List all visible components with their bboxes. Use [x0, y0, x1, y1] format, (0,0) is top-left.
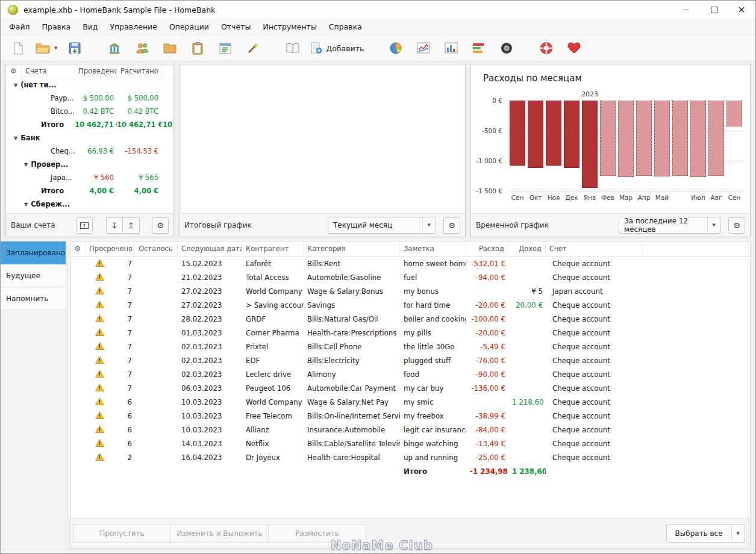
scheduled-column-header-9[interactable]: Счет [546, 241, 642, 256]
sidebar-item-item[interactable]: Напомнить [1, 287, 66, 310]
scheduled-column-header-2[interactable]: Осталось [135, 241, 178, 256]
edit-post-button[interactable]: Изменить и Выложить [170, 524, 269, 543]
scheduled-row[interactable]: 702.03.2023PrixtelBills:Cell Phonethe li… [70, 340, 750, 353]
scheduled-row[interactable]: 702.03.2023EDFBills:Electricityplugged s… [70, 353, 750, 367]
account-row[interactable]: Cheq...66,93 €-154,53 € [6, 145, 173, 158]
accounts-column-header-2[interactable]: Проведено [75, 64, 117, 78]
account-group-row[interactable]: ▼Банк [6, 131, 173, 145]
maximize-button[interactable] [700, 1, 728, 19]
account-cell: Cheque account [546, 370, 642, 379]
time-settings-button[interactable]: ⚙ [728, 217, 745, 234]
toolbar-button-vehicle-cost[interactable] [494, 38, 519, 58]
table-columns-settings-icon[interactable]: ⚙ [70, 241, 86, 256]
menu-item-6[interactable]: Отчеты [215, 20, 257, 34]
scheduled-column-header-3[interactable]: Следующая дата [178, 241, 242, 256]
move-up-button[interactable]: ↥ [123, 217, 140, 234]
toolbar-button-budget[interactable] [213, 38, 238, 58]
summary-settings-button[interactable]: ⚙ [443, 217, 460, 234]
account-total-row[interactable]: Итого10 462,71 €10 462,71 €10 [6, 118, 173, 131]
close-button[interactable]: × [728, 1, 755, 19]
menu-item-1[interactable]: Файл [3, 20, 36, 34]
toolbar-button-open-folder[interactable]: ▼ [33, 38, 60, 58]
summary-range-combo[interactable]: Текущий месяц ▼ [328, 217, 436, 234]
menu-item-5[interactable]: Операции [163, 20, 215, 34]
toolbar-button-balance-report[interactable] [439, 38, 464, 58]
menu-item-8[interactable]: Справка [323, 20, 368, 34]
accounts-columns-settings-icon[interactable]: ⚙ [6, 64, 22, 78]
toolbar-button-statistics[interactable] [383, 38, 408, 58]
toolbar-button-help[interactable] [534, 38, 559, 58]
scheduled-row[interactable]: 701.03.2023Corner PharmaHealth-care:Pres… [70, 326, 750, 340]
toolbar-button-payees[interactable] [130, 38, 155, 58]
scheduled-column-header-6[interactable]: Заметка [400, 241, 466, 256]
toolbar-button-assign[interactable] [240, 38, 266, 58]
scheduled-column-header-8[interactable]: Доход [508, 241, 546, 256]
accounts-column-header-1[interactable]: Счета [22, 64, 75, 78]
scheduled-column-header-1[interactable]: Просрочено [86, 241, 135, 256]
account-group-row[interactable]: ▼Сбереж... [6, 198, 173, 211]
toolbar-button-budget-report[interactable] [466, 38, 492, 58]
account-row[interactable]: Bitco...0.42 BTC0.42 BTC [6, 105, 173, 118]
toolbar-button-archive[interactable] [185, 38, 210, 58]
toolbar-button-new-file[interactable] [5, 38, 31, 58]
account-cell: Cheque account [546, 329, 642, 337]
account-row[interactable]: Japa...¥ 560¥ 565 [6, 171, 173, 184]
menu-item-2[interactable]: Правка [36, 20, 77, 34]
scheduled-column-header-4[interactable]: Контрагент [242, 241, 304, 256]
scheduled-column-header-7[interactable]: Расход [466, 241, 508, 256]
menu-item-3[interactable]: Вид [77, 20, 104, 34]
account-row[interactable]: Payp...$ 500,00$ 500,00 [6, 92, 173, 105]
move-down-button[interactable]: ↧ [106, 217, 123, 234]
toolbar-button-accounts[interactable] [102, 38, 127, 58]
scheduled-row[interactable]: 216.04.2023Dr JoyeuxHealth-care:Hospital… [70, 450, 750, 464]
scheduled-row[interactable]: 614.03.2023NetflixBills:Cable/Satellite … [70, 437, 750, 450]
toolbar-button-categories[interactable] [157, 38, 183, 58]
scheduled-row[interactable]: 702.03.2023Leclerc driveAlimonyfood-90,0… [70, 367, 750, 381]
select-all-button[interactable]: Выбрать все ▼ [666, 524, 745, 543]
account-cell: Cheque account [546, 273, 642, 282]
scheduled-row[interactable]: 610.03.2023Free TelecomBills:On-line/Int… [70, 409, 750, 423]
scheduled-row[interactable]: 706.03.2023Peugeot 106Automobile:Car Pay… [70, 381, 750, 395]
account-group-row[interactable]: ▼Провер... [6, 158, 173, 171]
post-button[interactable]: Разместить [268, 524, 366, 543]
scheduled-row[interactable]: 727.02.2023> Saving accountSavingsfor ha… [70, 298, 750, 312]
scheduled-row[interactable]: 727.02.2023World CompanyWage & Salary:Bo… [70, 284, 750, 298]
accounts-settings-button[interactable]: ⚙ [152, 217, 169, 234]
toolbar-button-currencies[interactable] [280, 38, 305, 58]
accounts-footer: Ваши счета ↧ ↥ ⚙ [6, 213, 173, 237]
time-range-combo[interactable]: За последние 12 месяцев ▼ [619, 217, 721, 234]
payee-cell: World Company [242, 287, 304, 296]
toolbar-button-donate[interactable] [561, 38, 587, 58]
account-label: Bitco... [6, 107, 75, 116]
sidebar-item-item[interactable]: Будущее [1, 264, 66, 287]
open-account-button[interactable] [76, 217, 93, 234]
skip-button[interactable]: Пропустить [73, 524, 171, 543]
scheduled-row[interactable]: 715.02.2023LaforêtBills:Renthome sweet h… [70, 257, 750, 270]
overdue-cell: 7 [86, 314, 135, 324]
minimize-button[interactable] [672, 1, 700, 19]
menu-item-7[interactable]: Инструменты [257, 20, 322, 34]
scheduled-row[interactable]: 728.02.2023GRDFBills:Natural Gas/Oilboil… [70, 312, 750, 326]
warning-icon [95, 397, 104, 407]
sidebar-item-selected[interactable]: Запланировано [1, 241, 66, 264]
bar-апр-7 [636, 101, 652, 176]
scheduled-row[interactable]: 610.03.2023AllianzInsurance:Automobilele… [70, 423, 750, 437]
accounts-icon [108, 42, 120, 54]
toolbar-button-save[interactable] [62, 38, 87, 58]
account-cell: Cheque account [546, 356, 642, 365]
account-value: 4,00 € [75, 187, 117, 195]
bar-дек-3 [564, 101, 579, 168]
toolbar-button-trend-report[interactable] [411, 38, 436, 58]
scheduled-row[interactable]: 721.02.2023Total AccessAutomobile:Gasoli… [70, 270, 750, 284]
account-value: 0.42 BTC [75, 107, 117, 116]
account-group-row[interactable]: ▼(нет ти... [6, 78, 173, 92]
title-bar: example.xhb - HomeBank Sample File - Hom… [1, 1, 755, 19]
toolbar-button-add-transaction[interactable]: Добавить [308, 38, 369, 58]
scheduled-column-header-5[interactable]: Категория [304, 241, 400, 256]
payee-cell: EDF [242, 356, 304, 365]
menu-item-4[interactable]: Управление [104, 20, 163, 34]
scheduled-row[interactable]: 610.03.2023World CompanyWage & Salary:Ne… [70, 395, 750, 409]
account-total-row[interactable]: Итого4,00 €4,00 € [6, 184, 173, 198]
maximize-icon [711, 7, 717, 13]
accounts-column-header-3[interactable]: Расчитано [117, 64, 161, 78]
